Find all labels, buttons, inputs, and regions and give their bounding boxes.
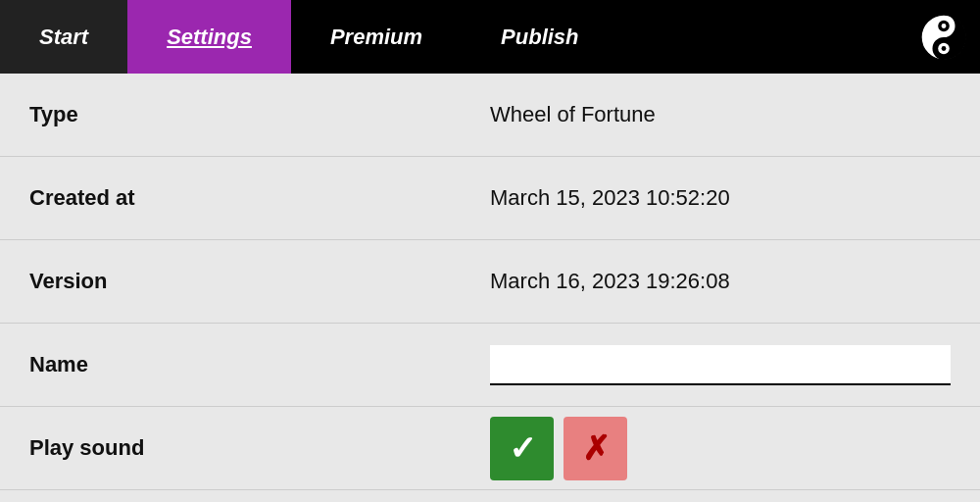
name-value — [490, 345, 951, 385]
play-sound-value: ✓ ✗ — [490, 417, 951, 480]
svg-point-4 — [941, 46, 946, 51]
version-row: Version March 16, 2023 19:26:08 — [0, 240, 980, 324]
version-label: Version — [29, 269, 490, 294]
nav-settings[interactable]: Settings — [127, 0, 291, 74]
play-sound-no-button[interactable]: ✗ — [564, 417, 627, 480]
play-sound-row: Play sound ✓ ✗ — [0, 407, 980, 490]
play-sound-label: Play sound — [29, 435, 490, 461]
yin-yang-icon[interactable] — [906, 0, 980, 74]
checkmark-icon: ✓ — [509, 428, 536, 468]
sound-buttons: ✓ ✗ — [490, 417, 951, 480]
created-at-value: March 15, 2023 10:52:20 — [490, 185, 951, 211]
nav-publish[interactable]: Publish — [462, 0, 617, 74]
type-value: Wheel of Fortune — [490, 102, 951, 127]
nav-premium[interactable]: Premium — [291, 0, 462, 74]
navbar: Start Settings Premium Publish — [0, 0, 980, 74]
nav-spacer — [618, 0, 906, 74]
crossmark-icon: ✗ — [582, 428, 610, 468]
svg-point-3 — [941, 24, 946, 28]
name-row: Name — [0, 324, 980, 407]
created-at-row: Created at March 15, 2023 10:52:20 — [0, 157, 980, 240]
name-input[interactable] — [490, 345, 951, 385]
version-value: March 16, 2023 19:26:08 — [490, 269, 951, 294]
name-label: Name — [29, 352, 490, 377]
content-area: Type Wheel of Fortune Created at March 1… — [0, 74, 980, 490]
play-sound-yes-button[interactable]: ✓ — [490, 417, 554, 480]
created-at-label: Created at — [29, 185, 490, 211]
type-row: Type Wheel of Fortune — [0, 74, 980, 157]
nav-start[interactable]: Start — [0, 0, 127, 74]
type-label: Type — [29, 102, 490, 127]
